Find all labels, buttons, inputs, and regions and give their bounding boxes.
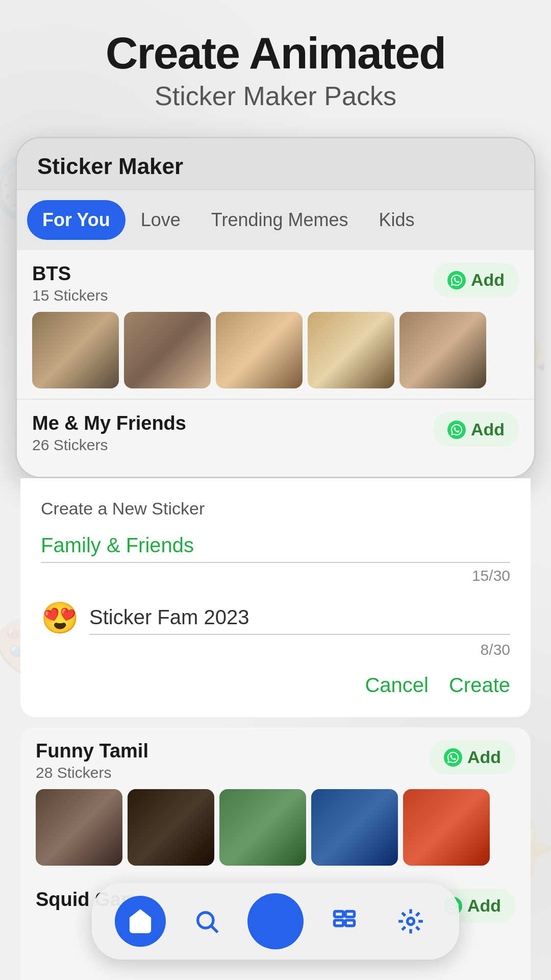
svg-rect-5 xyxy=(345,912,354,917)
tab-kids[interactable]: Kids xyxy=(364,200,430,240)
sub-title: Sticker Maker Packs xyxy=(20,81,531,111)
squid-add-label: Add xyxy=(467,896,501,916)
svg-point-0 xyxy=(198,913,213,928)
tamil-pack-count: 28 Stickers xyxy=(36,764,148,781)
friends-pack: Me & My Friends 26 Stickers Add xyxy=(17,400,534,477)
tamil-thumb-4[interactable] xyxy=(311,789,398,866)
bts-thumb-3[interactable] xyxy=(216,312,303,388)
svg-rect-6 xyxy=(335,920,343,926)
input-group-1: 15/30 xyxy=(41,529,510,584)
header-section: Create Animated Sticker Maker Packs xyxy=(20,31,531,111)
tab-trending[interactable]: Trending Memes xyxy=(196,200,364,240)
create-section: Create a New Sticker 15/30 😍 8/30 Cancel… xyxy=(20,478,531,717)
tamil-thumb-2[interactable] xyxy=(128,789,214,866)
friends-pack-count: 26 Stickers xyxy=(32,436,186,454)
tamil-thumbnails xyxy=(36,789,515,866)
bts-thumb-4[interactable] xyxy=(308,312,394,388)
app-title-bar: Sticker Maker xyxy=(17,138,534,190)
create-button[interactable]: Create xyxy=(449,674,510,697)
nav-packs[interactable] xyxy=(319,896,370,947)
tamil-pack-name: Funny Tamil xyxy=(36,740,148,762)
tamil-add-label: Add xyxy=(467,747,501,767)
tamil-thumb-3[interactable] xyxy=(219,789,306,866)
whatsapp-icon-3 xyxy=(444,748,462,767)
create-actions: Cancel Create xyxy=(41,674,510,697)
nav-search[interactable] xyxy=(181,896,232,947)
tab-bar: For You Love Trending Memes Kids xyxy=(17,190,534,250)
nav-settings[interactable] xyxy=(385,896,436,947)
input-group-2: 😍 8/30 xyxy=(41,600,510,658)
bts-thumb-1[interactable] xyxy=(32,312,119,388)
bts-pack: BTS 15 Stickers Add xyxy=(17,250,534,399)
bts-thumb-2[interactable] xyxy=(124,312,211,388)
create-label: Create a New Sticker xyxy=(41,499,510,519)
tab-love[interactable]: Love xyxy=(126,200,196,240)
tamil-thumb-1[interactable] xyxy=(36,789,122,866)
tamil-thumb-5[interactable] xyxy=(403,789,490,866)
family-friends-input[interactable] xyxy=(41,529,510,563)
whatsapp-icon xyxy=(447,271,466,289)
emoji-icon: 😍 xyxy=(41,600,79,636)
svg-rect-7 xyxy=(345,920,354,926)
nav-add[interactable] xyxy=(247,893,304,949)
svg-rect-4 xyxy=(335,912,343,917)
bts-thumbnails xyxy=(32,312,519,388)
tamil-add-button[interactable]: Add xyxy=(430,740,515,774)
svg-line-1 xyxy=(212,926,218,933)
friends-add-button[interactable]: Add xyxy=(433,412,519,447)
whatsapp-icon-2 xyxy=(447,421,466,439)
friends-pack-name: Me & My Friends xyxy=(32,412,186,434)
sticker-fam-input[interactable] xyxy=(89,601,510,635)
tamil-pack: Funny Tamil 28 Stickers Add xyxy=(20,727,531,876)
bottom-nav xyxy=(92,883,459,960)
input-counter-1: 15/30 xyxy=(41,567,510,584)
friends-add-label: Add xyxy=(471,420,505,439)
bts-pack-name: BTS xyxy=(32,263,108,285)
main-title: Create Animated xyxy=(20,31,531,76)
bts-add-label: Add xyxy=(471,270,505,290)
input-counter-2: 8/30 xyxy=(41,641,510,658)
bts-pack-count: 15 Stickers xyxy=(32,287,108,304)
bts-add-button[interactable]: Add xyxy=(433,263,519,297)
phone-mockup: Sticker Maker For You Love Trending Meme… xyxy=(15,137,536,478)
nav-home[interactable] xyxy=(115,896,166,947)
tab-for-you[interactable]: For You xyxy=(27,200,126,240)
bts-thumb-5[interactable] xyxy=(399,312,486,388)
svg-point-8 xyxy=(408,918,414,925)
app-title: Sticker Maker xyxy=(37,154,183,179)
cancel-button[interactable]: Cancel xyxy=(365,674,429,697)
